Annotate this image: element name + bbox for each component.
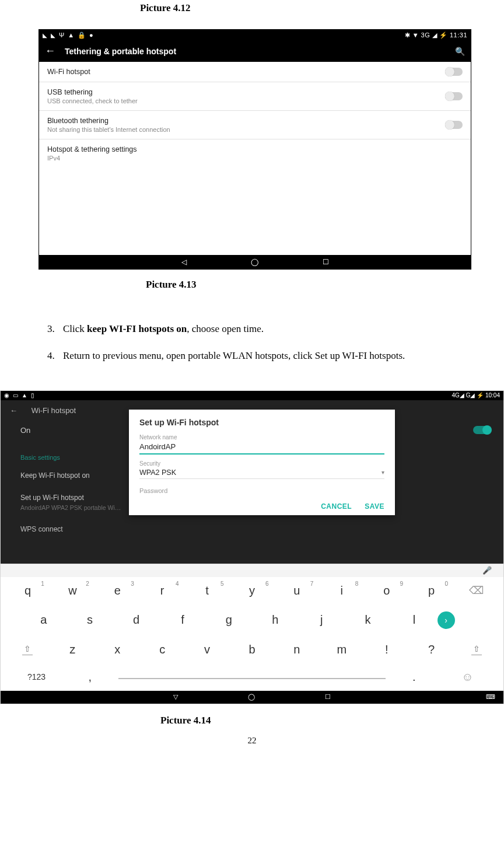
key-e[interactable]: e3 — [95, 581, 140, 601]
caption-4-13: Picture 4.13 — [12, 279, 492, 291]
status-icon: ◣ — [51, 32, 55, 39]
screenshot-setup-hotspot: ◉ ▭ ▲ ▯ 4G◢ G◢ ⚡ 10:04 ← Wi-Fi hotspot O… — [0, 390, 504, 704]
keyboard-icon[interactable]: ⌨ — [486, 693, 495, 701]
row-title: Wi-Fi hotspot — [47, 68, 90, 76]
key-l[interactable]: l — [391, 610, 437, 630]
key-w[interactable]: w2 — [50, 581, 95, 601]
key-j[interactable]: j — [298, 610, 344, 630]
key-comma[interactable]: , — [68, 667, 112, 687]
step-3: Click keep WI-FI hotspots on, choose ope… — [57, 320, 492, 338]
key-symbols[interactable]: ?123 — [5, 669, 68, 685]
cancel-button[interactable]: CANCEL — [321, 502, 352, 511]
screen-title: Wi-Fi hotspot — [32, 406, 76, 415]
key-f[interactable]: f — [159, 610, 205, 630]
keyboard-suggestion-strip: 🎤 — [1, 564, 503, 577]
row-subtitle: USB connected, check to tether — [47, 97, 138, 104]
key-t[interactable]: t5 — [185, 581, 230, 601]
back-icon[interactable]: ← — [10, 406, 18, 415]
key-enter[interactable]: › — [438, 608, 484, 632]
key-i[interactable]: i8 — [319, 581, 364, 601]
key-b[interactable]: b — [230, 639, 275, 660]
lock-icon: 🔒 — [78, 32, 86, 39]
row-subtitle: IPv4 — [47, 155, 137, 162]
status-icon: ▯ — [31, 392, 34, 398]
android-navbar: ▽ ◯ ☐ ⌨ — [1, 691, 503, 704]
caption-4-14: Picture 4.14 — [12, 715, 492, 726]
key-a[interactable]: a — [20, 610, 66, 630]
status-bar: ◉ ▭ ▲ ▯ 4G◢ G◢ ⚡ 10:04 — [1, 391, 503, 400]
key-shift[interactable]: ⇧ — [5, 641, 50, 659]
toggle-off[interactable] — [445, 92, 463, 100]
caption-4-12: Picture 4.12 — [12, 2, 492, 14]
key-n[interactable]: n — [274, 639, 319, 660]
row-title: Bluetooth tethering — [47, 117, 170, 125]
select-security[interactable]: WPA2 PSK ▾ — [139, 467, 384, 479]
back-icon[interactable]: ← — [45, 45, 55, 57]
key-h[interactable]: h — [252, 610, 298, 630]
key-o[interactable]: o9 — [364, 581, 409, 601]
key-r[interactable]: r4 — [140, 581, 185, 601]
screenshot-tethering: ◣ ◣ Ψ ▲ 🔒 ● ✱ ▼ 3G ◢ ⚡ 11:31 ← Tethering… — [38, 29, 471, 270]
key-backspace[interactable]: ⌫ — [454, 581, 499, 600]
toggle-off[interactable] — [445, 68, 463, 76]
row-subtitle: Not sharing this tablet's Internet conne… — [47, 126, 170, 133]
toggle-off[interactable] — [445, 121, 463, 129]
row-setup-sub: AndoirdAP WPA2 PSK portable Wi… — [20, 504, 121, 511]
label-password[interactable]: Password — [139, 485, 384, 502]
key-x[interactable]: x — [95, 639, 140, 660]
input-network-name[interactable] — [139, 441, 384, 455]
key-c[interactable]: c — [140, 639, 185, 660]
key-v[interactable]: v — [185, 639, 230, 660]
keyboard: q1w2e3r4t5y6u7i8o9p0⌫ asdfghjkl› ⇧zxcvbn… — [1, 577, 503, 691]
row-wps[interactable]: WPS connect — [20, 525, 63, 533]
row-setup[interactable]: Set up Wi-Fi hotspot — [20, 494, 84, 502]
nav-back-icon[interactable]: ▽ — [173, 693, 178, 701]
label-network-name: Network name — [139, 434, 384, 441]
nav-recent-icon[interactable]: ☐ — [323, 258, 329, 266]
nav-back-icon[interactable]: ◁ — [181, 258, 187, 266]
warning-icon: ▲ — [22, 392, 27, 398]
dialog-setup-hotspot: Set up Wi-Fi hotspot Network name Securi… — [129, 410, 395, 515]
row-usb-tethering[interactable]: USB tethering USB connected, check to te… — [39, 82, 471, 111]
section-basic: Basic settings — [20, 454, 60, 461]
key-g[interactable]: g — [206, 610, 252, 630]
status-icon: ▭ — [13, 392, 18, 398]
key-m[interactable]: m — [319, 639, 364, 660]
android-navbar: ◁ ◯ ☐ — [39, 255, 471, 269]
key-p[interactable]: p0 — [409, 581, 454, 601]
app-bar: ← Tethering & portable hotspot 🔍 — [39, 40, 471, 62]
key-u[interactable]: u7 — [274, 581, 319, 601]
key-![interactable]: ! — [364, 639, 409, 660]
key-shift[interactable]: ⇧ — [454, 641, 499, 659]
nav-recent-icon[interactable]: ☐ — [325, 693, 331, 701]
status-icon: ◣ — [43, 32, 47, 39]
key-?[interactable]: ? — [409, 639, 454, 660]
dialog-title: Set up Wi-Fi hotspot — [139, 418, 384, 427]
key-k[interactable]: k — [345, 610, 391, 630]
debug-icon: ● — [89, 32, 93, 39]
row-keep-on[interactable]: Keep Wi-Fi hotspot on — [20, 471, 90, 480]
key-d[interactable]: d — [113, 610, 159, 630]
nav-home-icon[interactable]: ◯ — [248, 693, 255, 701]
key-y[interactable]: y6 — [230, 581, 275, 601]
row-bluetooth-tethering[interactable]: Bluetooth tethering Not sharing this tab… — [39, 111, 471, 139]
nav-home-icon[interactable]: ◯ — [251, 258, 258, 266]
key-period[interactable]: . — [391, 667, 436, 687]
key-emoji[interactable]: ☺ — [436, 667, 499, 687]
row-wifi-hotspot[interactable]: Wi-Fi hotspot — [39, 62, 471, 82]
key-space[interactable] — [118, 674, 386, 679]
row-title: Hotspot & tethering settings — [47, 145, 137, 153]
label-security: Security — [139, 460, 384, 467]
key-z[interactable]: z — [50, 639, 95, 660]
key-s[interactable]: s — [66, 610, 113, 630]
status-right: ✱ ▼ 3G ◢ ⚡ 11:31 — [405, 32, 467, 39]
key-q[interactable]: q1 — [5, 581, 50, 601]
usb-icon: Ψ — [59, 32, 64, 39]
toggle-on[interactable] — [473, 426, 491, 434]
search-icon[interactable]: 🔍 — [455, 47, 465, 56]
chevron-down-icon: ▾ — [382, 469, 384, 476]
row-hotspot-settings[interactable]: Hotspot & tethering settings IPv4 — [39, 139, 471, 167]
mic-icon[interactable]: 🎤 — [482, 566, 492, 575]
save-button[interactable]: SAVE — [365, 502, 384, 511]
on-label: On — [20, 426, 30, 435]
